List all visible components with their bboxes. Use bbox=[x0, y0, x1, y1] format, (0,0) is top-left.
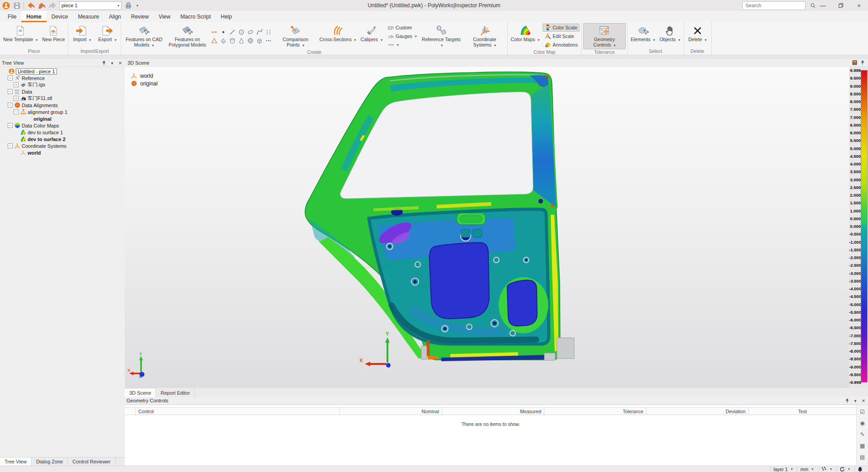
dimension-tool-icon[interactable] bbox=[211, 28, 217, 35]
objects-button[interactable]: Objects ▾ bbox=[658, 23, 682, 48]
tree-item-original[interactable]: original bbox=[0, 115, 125, 122]
new-piece-button[interactable]: New Piece bbox=[40, 23, 66, 48]
gauges-button[interactable]: Gauges▾ bbox=[386, 32, 419, 40]
tree-item-world[interactable]: world bbox=[0, 149, 125, 156]
redo-icon[interactable] bbox=[48, 1, 57, 9]
layer-selector[interactable]: layer 1▾ bbox=[770, 467, 796, 472]
sphere-tool-icon[interactable] bbox=[247, 37, 254, 44]
reference-targets-button[interactable]: A1Reference Targets ▾ bbox=[420, 23, 462, 49]
collapse-icon[interactable]: − bbox=[8, 89, 13, 94]
menu-view[interactable]: View bbox=[154, 11, 175, 22]
edit-scale-button[interactable]: Edit Scale bbox=[542, 32, 579, 40]
tree-item-data[interactable]: −010101Data bbox=[0, 88, 125, 95]
quick-access-menu-icon[interactable]: ▾ bbox=[137, 4, 138, 8]
menu-file[interactable]: File bbox=[3, 11, 21, 22]
menu-device[interactable]: Device bbox=[47, 11, 73, 22]
plane-tool-icon[interactable] bbox=[220, 37, 226, 44]
color-scale-bar[interactable] bbox=[861, 70, 868, 382]
table-icon[interactable]: ▦ bbox=[859, 442, 866, 449]
collapse-icon[interactable]: − bbox=[8, 103, 13, 108]
cylinder-tool-icon[interactable] bbox=[229, 37, 236, 44]
search-box[interactable] bbox=[742, 1, 806, 10]
gc-menu-caret-icon[interactable]: ▾ bbox=[853, 398, 858, 403]
menu-review[interactable]: Review bbox=[126, 11, 154, 22]
digitized-points-display-options[interactable]: ▾ bbox=[818, 467, 835, 472]
panel-close-icon[interactable]: ✕ bbox=[118, 60, 123, 66]
polyworks-logo-icon[interactable] bbox=[2, 1, 10, 9]
tree-item-alignment-group-1[interactable]: −alignment group 1 bbox=[0, 109, 125, 115]
column-header-control[interactable]: Control bbox=[136, 408, 340, 415]
cross-sections-button[interactable]: Cross-Sections ▾ bbox=[317, 23, 358, 49]
more-tool-icon[interactable] bbox=[265, 37, 272, 44]
annotations-button[interactable]: Annotations bbox=[542, 41, 579, 49]
layers-icon[interactable]: ▤ bbox=[859, 453, 866, 460]
car-door-colormap[interactable] bbox=[301, 70, 581, 364]
notifications[interactable] bbox=[854, 467, 865, 472]
undo-all-icon[interactable] bbox=[38, 1, 46, 9]
point-tool-icon[interactable] bbox=[220, 28, 226, 35]
scene-label-original[interactable]: original bbox=[131, 80, 158, 87]
scene-label-world[interactable]: world bbox=[131, 73, 158, 79]
menu-macro-script[interactable]: Macro Script bbox=[175, 11, 216, 22]
bottom-tab-dialog-zone[interactable]: Dialog Zone bbox=[32, 458, 68, 466]
features-on-polygonal-models-button[interactable]: Features on Polygonal Models bbox=[166, 23, 208, 49]
column-header-test[interactable]: Test bbox=[749, 408, 857, 415]
bottom-tab-tree-view[interactable]: Tree View bbox=[0, 458, 32, 466]
gc-close-icon[interactable]: ✕ bbox=[861, 398, 866, 403]
line-tool-icon[interactable] bbox=[229, 28, 236, 35]
tree-item-dev-to-surface-2[interactable]: dev to surface 2 bbox=[0, 136, 125, 142]
gc-pin-icon[interactable] bbox=[844, 398, 850, 403]
features-on-cad-models-button[interactable]: Features on CAD Models ▾ bbox=[123, 23, 165, 49]
elements-button[interactable]: Elements ▾ bbox=[629, 23, 657, 48]
ellipse-tool-icon[interactable] bbox=[247, 28, 254, 35]
column-header-deviation[interactable]: Deviation bbox=[646, 408, 749, 415]
pin-icon[interactable] bbox=[101, 60, 107, 66]
piece-selector[interactable]: piece 1▾ bbox=[59, 1, 122, 10]
restore-button[interactable] bbox=[832, 0, 850, 11]
custom-button[interactable]: Custom bbox=[386, 24, 419, 32]
auto-update-options[interactable]: ▾ bbox=[836, 467, 853, 472]
menu-align[interactable]: Align bbox=[104, 11, 126, 22]
collapse-icon[interactable]: − bbox=[8, 143, 13, 148]
color-scale-button[interactable]: Color Scale bbox=[542, 24, 579, 32]
column-header-tolerance[interactable]: Tolerance bbox=[544, 408, 646, 415]
column-header-select[interactable] bbox=[125, 408, 136, 415]
more-dots-button[interactable]: ▾ bbox=[386, 41, 419, 49]
pointgrid-tool-icon[interactable] bbox=[265, 28, 272, 35]
geometry-controls-button[interactable]: 8888Geometry Controls ▾ bbox=[583, 23, 626, 49]
3d-viewport[interactable]: worldoriginal bbox=[125, 66, 849, 388]
triangle-tool-icon[interactable] bbox=[211, 37, 217, 44]
export-button[interactable]: Export ▾ bbox=[95, 23, 119, 48]
collapse-icon[interactable]: − bbox=[8, 123, 13, 128]
collapse-icon[interactable]: − bbox=[14, 109, 19, 114]
column-header-measured[interactable]: Measured bbox=[442, 408, 544, 415]
import-button[interactable]: Import ▾ bbox=[70, 23, 94, 48]
panel-menu-caret-icon[interactable]: ▾ bbox=[109, 60, 115, 66]
bottom-tab-control-reviewer[interactable]: Control Reviewer bbox=[68, 458, 115, 466]
collapse-icon[interactable]: − bbox=[8, 76, 13, 80]
cone-tool-icon[interactable] bbox=[238, 37, 245, 44]
controls-checklist-icon[interactable]: ☑ bbox=[859, 408, 866, 415]
expand-icon[interactable]: + bbox=[14, 96, 19, 101]
save-icon[interactable] bbox=[13, 1, 21, 9]
probe-icon[interactable]: ◉ bbox=[859, 420, 866, 426]
units-selector[interactable]: mm▾ bbox=[797, 467, 816, 472]
search-input[interactable] bbox=[745, 2, 811, 9]
tree-item-reference[interactable]: −Reference bbox=[0, 75, 125, 81]
menu-measure[interactable]: Measure bbox=[73, 11, 104, 22]
tree-item-coordinate-systems[interactable]: −Coordinate Systems bbox=[0, 142, 125, 149]
box-tool-icon[interactable] bbox=[256, 37, 263, 44]
menu-home[interactable]: Home bbox=[21, 11, 46, 22]
color-maps-button[interactable]: Color Maps ▾ bbox=[509, 23, 542, 49]
circle-tool-icon[interactable] bbox=[238, 28, 245, 35]
tree-item-dev-to-surface-1[interactable]: dev to surface 1 bbox=[0, 129, 125, 136]
new-template-button[interactable]: New Template ▾ bbox=[1, 23, 39, 48]
comparison-points-button[interactable]: Comparison Points ▾ bbox=[274, 23, 316, 49]
calipers-button[interactable]: Calipers ▾ bbox=[359, 23, 384, 49]
scene-pin-icon[interactable] bbox=[860, 60, 865, 66]
tree-item-untitled-piece-1[interactable]: Untitled - piece 1 bbox=[0, 68, 125, 75]
scale-options-icon[interactable] bbox=[852, 60, 857, 66]
view-tab-report-editor[interactable]: Report Editor bbox=[156, 388, 195, 397]
tree-item-车门-igs[interactable]: +车门.igs bbox=[0, 81, 125, 88]
color-scale[interactable]: 9.9999.5009.0008.5008.0007.5007.0006.500… bbox=[849, 66, 868, 388]
